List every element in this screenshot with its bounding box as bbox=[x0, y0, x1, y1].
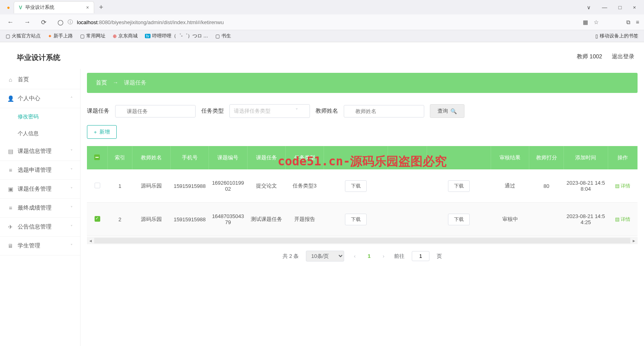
sidebar-item-ketirenwu[interactable]: ▣课题任务管理 ˅ bbox=[0, 180, 80, 199]
bookmark-item[interactable]: ✦ 新手上路 bbox=[48, 33, 73, 39]
url-port: :8080 bbox=[97, 19, 111, 25]
bookmark-item[interactable]: tv 哔哩哔哩（゜-゜）つロ … bbox=[145, 33, 208, 39]
pagination: 共 2 条 10条/页 ‹ 1 › 前往 页 bbox=[87, 251, 638, 262]
col-type[interactable]: 任务类型 bbox=[285, 146, 324, 169]
nav-reload-icon[interactable]: ⟳ bbox=[39, 18, 49, 27]
query-button[interactable]: 查询 🔍 bbox=[430, 104, 464, 118]
window-max-icon[interactable]: □ bbox=[619, 4, 622, 10]
browser-tab[interactable]: V 毕业设计系统 × bbox=[14, 1, 94, 13]
sidebar-item-personal[interactable]: 👤个人中心 ˄ bbox=[0, 89, 80, 108]
sidebar-item-chengji[interactable]: ≡最终成绩管理 ˅ bbox=[0, 199, 80, 218]
nav-fwd-icon[interactable]: → bbox=[22, 18, 33, 27]
window-min2-icon[interactable]: — bbox=[602, 4, 607, 10]
filter-input-teacher[interactable] bbox=[344, 105, 424, 117]
download-button[interactable]: 下载 bbox=[448, 214, 470, 225]
page-goto-input[interactable] bbox=[412, 251, 429, 261]
window-close-icon[interactable]: × bbox=[633, 4, 636, 10]
scroll-right-icon[interactable]: ► bbox=[630, 239, 638, 243]
ext-icon[interactable]: ⧉ bbox=[626, 19, 630, 26]
col-time[interactable]: 添加时间 bbox=[564, 146, 608, 169]
menu-icon[interactable]: ≡ bbox=[636, 19, 639, 26]
breadcrumb: 首页 → 课题任务 bbox=[87, 73, 638, 93]
page-current[interactable]: 1 bbox=[365, 253, 373, 259]
score-icon: ≡ bbox=[7, 205, 14, 211]
chevron-down-icon: ˅ bbox=[70, 168, 73, 173]
detail-link[interactable]: ▤ 详情 bbox=[615, 216, 630, 223]
add-button[interactable]: + 新增 bbox=[87, 125, 117, 139]
sidebar-sub-profile[interactable]: 个人信息 bbox=[0, 125, 80, 142]
task-icon: ▣ bbox=[7, 186, 14, 192]
bookmark-item[interactable]: ▢ 常用网址 bbox=[80, 33, 105, 39]
filter-select-type[interactable]: 请选择任务类型 ˅ bbox=[229, 104, 310, 118]
app-title: 毕业设计系统 bbox=[10, 48, 68, 66]
sidebar-sub-password[interactable]: 修改密码 bbox=[0, 108, 80, 125]
row-checkbox[interactable] bbox=[95, 183, 100, 188]
table-row[interactable]: 1 源码乐园 15915915988 1692601019902 提交论文 任务… bbox=[87, 169, 638, 203]
home-icon: ⌂ bbox=[7, 76, 14, 83]
arrow-icon: → bbox=[113, 79, 118, 86]
chevron-up-icon: ˄ bbox=[70, 96, 73, 101]
url-host: localhost bbox=[77, 19, 97, 25]
star-icon[interactable]: ☆ bbox=[594, 19, 599, 26]
filter-label-task: 课题任务 bbox=[87, 107, 109, 115]
sidebar-item-xuanti[interactable]: ≡选题申请管理 ˅ bbox=[0, 161, 80, 180]
sidebar-item-ketiinfo[interactable]: ▤课题信息管理 ˅ bbox=[0, 142, 80, 161]
qr-icon[interactable]: ▦ bbox=[583, 19, 588, 26]
student-icon: 🖥 bbox=[7, 243, 14, 249]
page-goto-label: 前往 bbox=[394, 253, 405, 260]
close-tab-icon[interactable]: × bbox=[86, 5, 89, 10]
breadcrumb-home[interactable]: 首页 bbox=[96, 79, 107, 86]
col-task[interactable]: 课题任务 bbox=[247, 146, 285, 169]
breadcrumb-current: 课题任务 bbox=[124, 79, 147, 86]
filter-label-teacher: 教师姓名 bbox=[316, 107, 338, 115]
col-teacher[interactable]: 教师姓名 bbox=[132, 146, 170, 169]
shield-icon: ◯ bbox=[58, 19, 64, 25]
mobile-bookmarks[interactable]: ▯ 移动设备上的书签 bbox=[595, 33, 638, 39]
page-next[interactable]: › bbox=[380, 253, 387, 259]
list-icon: ≡ bbox=[7, 167, 14, 173]
new-tab-button[interactable]: + bbox=[94, 3, 108, 12]
search-icon: 🔍 bbox=[450, 108, 457, 114]
chevron-down-icon: ˅ bbox=[70, 187, 73, 192]
filter-label-type: 任务类型 bbox=[201, 107, 224, 115]
download-button[interactable]: 下载 bbox=[448, 180, 470, 192]
col-score[interactable]: 教师打分 bbox=[529, 146, 564, 169]
chevron-down-icon: ˅ bbox=[70, 206, 73, 211]
page-size-select[interactable]: 10条/页 bbox=[306, 251, 344, 262]
lock-icon: ⓘ bbox=[68, 19, 73, 26]
chevron-down-icon: ˅ bbox=[70, 243, 73, 249]
page-prev[interactable]: ‹ bbox=[351, 253, 358, 259]
chevron-down-icon: ˅ bbox=[295, 107, 298, 113]
col-result[interactable]: 审核结果 bbox=[491, 146, 529, 169]
sidebar-item-home[interactable]: ⌂首页 bbox=[0, 70, 80, 89]
col-phone[interactable]: 手机号 bbox=[171, 146, 209, 169]
tab-title: 毕业设计系统 bbox=[25, 4, 54, 11]
col-code[interactable]: 课题编号 bbox=[209, 146, 247, 169]
download-button[interactable]: 下载 bbox=[345, 214, 367, 225]
address-bar[interactable]: ◯ ⓘ localhost:8080/biyeshejixitong/admin… bbox=[54, 17, 577, 27]
bookmark-item[interactable]: ▢ 书生 bbox=[215, 33, 231, 39]
download-button[interactable]: 下载 bbox=[345, 180, 367, 192]
horizontal-scrollbar[interactable]: ◄ ► bbox=[87, 237, 638, 244]
col-blank1 bbox=[324, 146, 388, 169]
user-info[interactable]: 教师 1002 bbox=[577, 53, 602, 60]
sidebar-item-gonggao[interactable]: ✈公告信息管理 ˅ bbox=[0, 218, 80, 237]
row-checkbox[interactable] bbox=[95, 216, 100, 222]
announce-icon: ✈ bbox=[7, 224, 14, 230]
bookmark-item[interactable]: ▢ 火狐官方站点 bbox=[6, 33, 41, 39]
logout-link[interactable]: 退出登录 bbox=[612, 53, 634, 60]
col-index[interactable]: 索引 bbox=[107, 146, 132, 169]
sidebar: ⌂首页 👤个人中心 ˄ 修改密码 个人信息 ▤课题信息管理 ˅ ≡选题申请管理 … bbox=[0, 69, 80, 346]
detail-link[interactable]: ▤ 详情 bbox=[615, 183, 630, 189]
col-op[interactable]: 操作 bbox=[608, 146, 637, 169]
sidebar-item-xuesheng[interactable]: 🖥学生管理 ˅ bbox=[0, 237, 80, 255]
scroll-left-icon[interactable]: ◄ bbox=[87, 239, 94, 243]
window-min-icon[interactable]: ∨ bbox=[587, 4, 591, 10]
nav-back-icon[interactable]: ← bbox=[5, 18, 16, 27]
chevron-down-icon: ˅ bbox=[70, 224, 73, 230]
filter-input-task[interactable] bbox=[115, 105, 196, 117]
data-table: 索引 教师姓名 手机号 课题编号 课题任务 任务类型 审核结果 教师打分 添加时… bbox=[87, 146, 638, 236]
col-checkbox[interactable] bbox=[87, 146, 107, 169]
bookmark-item[interactable]: ⊕ 京东商城 bbox=[113, 33, 138, 39]
table-row[interactable]: 2 源码乐园 15915915988 1648703504379 测试课题任务 … bbox=[87, 203, 638, 236]
